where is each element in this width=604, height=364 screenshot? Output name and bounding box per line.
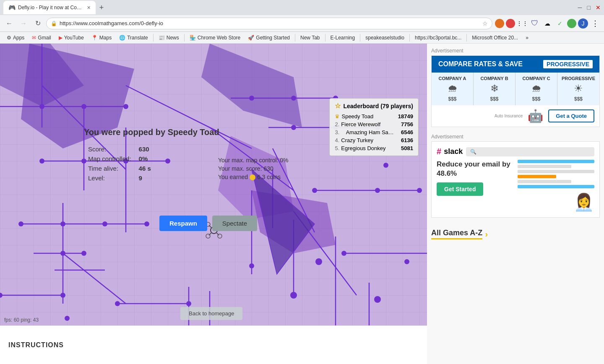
menu-button[interactable]: ⋮	[590, 18, 601, 29]
stats-table: Score: 630 Map controlled: 0% Time alive…	[84, 144, 155, 183]
slack-ad-inner: # slack 🔍 Reduce your email by 48.6% Get…	[432, 142, 599, 217]
score-row: Score: 630	[85, 145, 154, 153]
close-button[interactable]: ✕	[596, 4, 601, 11]
bookmark-translate[interactable]: 🌐 Translate	[116, 34, 151, 42]
slack-right: 👩‍💼	[518, 160, 594, 212]
bookmark-bc3[interactable]: https://bc3portal.bc...	[411, 34, 465, 42]
chrome-store-icon: 🏪	[190, 35, 196, 41]
ad-label-1: Advertisement	[431, 48, 600, 54]
bookmark-separator-6	[409, 34, 410, 42]
bookmark-chrome-store[interactable]: 🏪 Chrome Web Store	[186, 34, 244, 42]
lb-rank-4: 4.	[335, 137, 339, 143]
prog-grid: COMPANY A 🌧 $$$ COMPANY B ❄ $$$ COMPANY …	[432, 73, 599, 105]
minimize-button[interactable]: ─	[578, 4, 582, 11]
bookmark-news[interactable]: 📰 News	[155, 34, 182, 42]
bookmark-separator-7	[466, 34, 467, 42]
elearning-label: E-Learning	[331, 35, 355, 41]
tab-close-btn[interactable]: ✕	[87, 5, 91, 10]
svg-point-48	[115, 301, 120, 306]
bookmark-separator	[153, 34, 154, 42]
instructions-label: INSTRUCTIONS	[8, 341, 64, 349]
all-games-link[interactable]: All Games A-Z ›	[431, 224, 600, 244]
lb-row-1: ♛ Speedy Toad 18749	[335, 112, 413, 120]
progressive-ad-inner: COMPARE RATES & SAVE PROGRESSIVE COMPANY…	[432, 56, 599, 127]
bookmarks-bar: ⚙ Apps ✉ Gmail ▶ YouTube 📍 Maps 🌐 Transl…	[0, 32, 604, 44]
slack-logo-icon: #	[437, 147, 441, 156]
bookmark-gmail[interactable]: ✉ Gmail	[29, 34, 54, 42]
leaderboard-title: ☆ Leaderboard (79 players)	[335, 102, 413, 110]
maps-icon: 📍	[91, 35, 98, 41]
back-nav-button[interactable]: ←	[3, 18, 15, 29]
toolbar-icons: ⋮⋮ 🛡 ☁ ✓ J ⋮	[495, 18, 601, 29]
security-icon: 🔒	[51, 21, 57, 26]
extension-icon-1[interactable]	[495, 19, 504, 28]
extension-icon-2[interactable]	[506, 19, 515, 28]
extension-icon-7[interactable]	[567, 19, 576, 28]
slack-brand-name: slack	[444, 147, 463, 156]
spectate-button[interactable]: Spectate	[212, 216, 257, 231]
respawn-button[interactable]: Respawn	[159, 216, 207, 231]
bookmark-apps[interactable]: ⚙ Apps	[3, 34, 28, 42]
slack-line-3	[518, 170, 594, 173]
slack-line-1	[518, 160, 594, 163]
rain-icon: 🌧	[448, 83, 458, 94]
active-tab[interactable]: 🎮 Defly.io - Play it now at Coolmo... ✕	[3, 1, 96, 14]
all-games-label: All Games A-Z	[431, 229, 482, 239]
bookmark-elearning[interactable]: E-Learning	[327, 34, 359, 42]
right-stats: Your max. map control: 0% Your max. scor…	[218, 157, 289, 180]
lb-player-1-score: 18749	[398, 113, 413, 120]
slack-character-icon: 👩‍💼	[573, 192, 594, 212]
lb-player-4-name: Crazy Turkey	[341, 137, 401, 143]
leaderboard-title-text: Leaderboard (79 players)	[343, 103, 413, 109]
slack-left: Reduce your email by 48.6% Get Started	[437, 160, 513, 196]
bookmark-separator-4	[325, 34, 325, 42]
youtube-label: YouTube	[64, 35, 84, 41]
slack-line-5	[518, 180, 571, 183]
score-value: 630	[135, 145, 154, 153]
new-tab-button[interactable]: +	[96, 2, 107, 13]
slack-line-4	[518, 175, 556, 178]
snow-icon: ❄	[490, 83, 499, 94]
lb-row-3: 3. Amazing Ham Sandwi... 6546	[335, 128, 413, 136]
level-row: Level: 9	[85, 174, 154, 182]
sun-icon: ☀	[574, 83, 583, 94]
fps-display: fps: 60 ping: 43	[4, 317, 39, 323]
svg-point-63	[341, 251, 346, 256]
slack-search-icon: 🔍	[470, 149, 476, 155]
bookmark-office[interactable]: Microsoft Office 20...	[469, 34, 521, 42]
window-controls: ─ □ ✕	[578, 4, 601, 11]
bookmark-speakeasel[interactable]: speakeaselstudio	[362, 34, 408, 42]
back-homepage-button[interactable]: Back to homepage	[180, 307, 242, 320]
game-canvas[interactable]: Speedy To You were popped by Speedy Toad…	[0, 44, 427, 325]
maximize-button[interactable]: □	[587, 4, 591, 11]
svg-point-59	[383, 163, 388, 168]
bookmark-getting-started[interactable]: 🚀 Getting Started	[245, 34, 293, 42]
bookmark-maps[interactable]: 📍 Maps	[88, 34, 115, 42]
prog-col-b: COMPANY B ❄ $$$	[474, 73, 515, 105]
extension-icon-4[interactable]: 🛡	[529, 18, 540, 29]
lb-rank-5: 5.	[335, 145, 339, 151]
svg-point-35	[123, 104, 128, 109]
rain-icon-2: 🌧	[531, 83, 542, 94]
bookmark-youtube[interactable]: ▶ YouTube	[55, 34, 87, 42]
bookmark-newtab[interactable]: New Tab	[297, 34, 323, 42]
slack-search-box[interactable]: 🔍	[466, 147, 594, 156]
extension-icon-6[interactable]: ✓	[555, 18, 565, 29]
max-map-control: Your max. map control: 0%	[218, 157, 289, 164]
refresh-button[interactable]: ↻	[32, 18, 44, 29]
slack-get-started-button[interactable]: Get Started	[437, 182, 483, 196]
profile-avatar[interactable]: J	[578, 18, 588, 29]
time-label: Time alive:	[85, 164, 135, 173]
getting-started-label: Getting Started	[256, 35, 290, 41]
bookmark-icon[interactable]: ☆	[482, 20, 488, 27]
svg-point-34	[81, 104, 86, 109]
address-bar[interactable]: 🔒 https://www.coolmathgames.com/0-defly-…	[46, 18, 492, 29]
extension-icon-5[interactable]: ☁	[542, 18, 553, 29]
bookmark-more[interactable]: »	[522, 34, 532, 42]
prog-col-c: COMPANY C 🌧 $$$	[515, 73, 557, 105]
lb-row-4: 4. Crazy Turkey 6136	[335, 136, 413, 144]
forward-nav-button[interactable]: →	[18, 18, 29, 29]
extension-icon-3[interactable]: ⋮⋮	[517, 18, 528, 29]
get-quote-button[interactable]: Get a Quote	[548, 109, 594, 122]
svg-point-60	[315, 258, 322, 265]
